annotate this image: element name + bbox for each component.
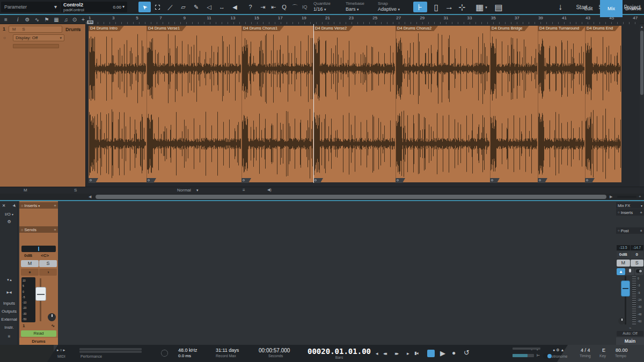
- monitor-toggle[interactable]: [543, 353, 552, 359]
- loop-button[interactable]: ↺: [464, 349, 470, 357]
- main-automation-button[interactable]: Auto: Off: [617, 331, 643, 336]
- mix-view-button[interactable]: Mix: [600, 0, 623, 17]
- main-solo-button[interactable]: S: [631, 260, 644, 267]
- tempo-value[interactable]: 80.00: [616, 348, 628, 353]
- record-arm-button[interactable]: ●: [21, 269, 39, 276]
- channel-fader-handle[interactable]: [35, 287, 46, 301]
- channel-volume-value[interactable]: 0dB: [24, 253, 32, 258]
- vertical-scroll-thumb[interactable]: [640, 31, 643, 95]
- collapse-vertical-icon[interactable]: ▼▲: [0, 278, 18, 282]
- zoom-in-icon[interactable]: +: [639, 194, 641, 199]
- marker-jump-icon[interactable]: ⊢: [537, 353, 540, 358]
- power-icon[interactable]: ○: [3, 35, 6, 40]
- next-bar-button[interactable]: ▸: [407, 351, 409, 356]
- mountain-meter-icon[interactable]: ▲: [617, 268, 625, 275]
- monitor-button[interactable]: ◑: [39, 269, 57, 276]
- autoscroll-button[interactable]: ⊦: [413, 2, 427, 12]
- stop-button[interactable]: [427, 350, 435, 357]
- preroll-button[interactable]: ⌒: [289, 2, 301, 12]
- add-insert-icon[interactable]: +: [54, 203, 56, 208]
- edit-view-button[interactable]: Edit: [577, 0, 600, 17]
- scroll-up-icon[interactable]: ▲: [640, 25, 644, 28]
- region-label-tab[interactable]: D4 Drums Chorus1: [241, 26, 284, 31]
- track-mute-button[interactable]: M: [9, 27, 19, 32]
- track-header-drums[interactable]: 1 M S Drums ∿ ○ Display: Off ▾: [0, 24, 86, 187]
- play-button[interactable]: ▶: [440, 349, 445, 357]
- scroll-right-icon[interactable]: ▶: [610, 195, 612, 199]
- console-nav-external[interactable]: External: [0, 317, 18, 322]
- arrow-tool[interactable]: ➤: [138, 2, 151, 12]
- console-nav-outputs[interactable]: Outputs: [0, 309, 18, 314]
- channel-solo-button[interactable]: S: [39, 260, 57, 267]
- drums-waveform[interactable]: [86, 24, 640, 187]
- rewind-button[interactable]: ◂◂: [383, 351, 386, 356]
- macro-help-button[interactable]: ?: [244, 2, 257, 12]
- post-header[interactable]: ○ Post +: [616, 227, 644, 234]
- automation-slot[interactable]: [13, 44, 59, 48]
- console-list-icon[interactable]: ≡: [0, 334, 18, 339]
- console-nav-inputs[interactable]: Inputs: [0, 301, 18, 306]
- link-icon[interactable]: ⌁: [616, 326, 644, 330]
- wrench-icon[interactable]: ⚙: [23, 16, 32, 23]
- footer-solo-button[interactable]: S: [74, 188, 77, 193]
- main-inserts-header[interactable]: ○ Inserts +: [616, 209, 644, 216]
- channel-mini-knob[interactable]: [48, 313, 56, 321]
- range-tool[interactable]: [151, 2, 164, 12]
- scroll-left-icon[interactable]: ◀: [89, 195, 91, 199]
- sends-section-header[interactable]: ○ Sends +: [19, 226, 58, 233]
- track-menu-icon[interactable]: ≡: [1, 16, 11, 23]
- record-button[interactable]: ●: [452, 349, 456, 357]
- mono-toggle-icon[interactable]: [635, 268, 643, 275]
- vertical-scrollbar[interactable]: ▲: [640, 24, 644, 187]
- channel-name-label[interactable]: Drums: [19, 338, 58, 345]
- grid-options-button[interactable]: ▦ ▾: [472, 2, 491, 12]
- main-fader-handle[interactable]: [621, 280, 630, 297]
- timing-value[interactable]: 4 / 4: [581, 348, 590, 353]
- follow-button[interactable]: →: [443, 2, 455, 12]
- eraser-tool[interactable]: ▱: [177, 2, 189, 12]
- main-mute-button[interactable]: M: [617, 260, 630, 267]
- crosshair-button[interactable]: ⊹: [456, 2, 468, 12]
- track-solo-button[interactable]: S: [19, 27, 28, 32]
- horizontal-scrollbar[interactable]: ◀ ▶ +: [0, 194, 644, 200]
- main-volume-value[interactable]: 0dB: [617, 252, 630, 258]
- add-post-icon[interactable]: +: [640, 228, 642, 233]
- channel-mute-button[interactable]: M: [21, 260, 39, 267]
- region-label-tab[interactable]: D4 Drums End: [585, 26, 619, 31]
- add-send-icon[interactable]: +: [54, 227, 56, 232]
- prev-bar-button[interactable]: ◂: [376, 351, 378, 356]
- lane-speaker-icon[interactable]: ◀): [267, 188, 272, 192]
- seconds-counter[interactable]: 00:00:57.000: [259, 348, 290, 353]
- footer-mute-button[interactable]: M: [24, 188, 27, 193]
- split-tool[interactable]: ／: [164, 2, 177, 12]
- mute-tool[interactable]: ◁: [203, 2, 215, 12]
- channel-pan-value[interactable]: <C>: [41, 253, 49, 258]
- region-label-tab[interactable]: D4 Drums Turnaround: [538, 26, 586, 31]
- narrow-channels-icon[interactable]: ▶◀: [0, 290, 18, 294]
- playhead[interactable]: [313, 24, 314, 183]
- inspector-icon[interactable]: i: [13, 16, 23, 23]
- inserts-section-header[interactable]: ○ Inserts ▾ +: [19, 202, 58, 209]
- main-mini-knob[interactable]: [618, 317, 625, 324]
- io-button[interactable]: I/O ▾: [0, 212, 18, 217]
- timeline-ruler[interactable]: 1357911131517192123252729313335373941434…: [86, 15, 640, 24]
- region-label-tab[interactable]: D4 Drums Intro: [89, 26, 124, 31]
- track-list-button[interactable]: ▤: [493, 2, 504, 12]
- snap-select[interactable]: Snap Adaptive ▾: [378, 1, 408, 12]
- return-to-start-button[interactable]: ▮◂: [414, 351, 418, 356]
- automation-mode-dropdown[interactable]: Normal ▾: [177, 188, 199, 193]
- mixfx-header[interactable]: Mix FX ▾: [616, 202, 644, 209]
- capture-drop-button[interactable]: ↓: [554, 2, 567, 12]
- parameter-selector[interactable]: Parameter ▾: [1, 2, 60, 12]
- console-nav-instr[interactable]: Instr.: [0, 325, 18, 330]
- listen-tool[interactable]: ◀: [229, 2, 241, 12]
- region-label-tab[interactable]: D4 Drums Bridge: [490, 26, 529, 31]
- browse-view-button[interactable]: Browse: [623, 0, 644, 17]
- pan-slider[interactable]: [21, 246, 56, 252]
- zoom-slider[interactable]: [617, 196, 636, 198]
- display-mode-dropdown[interactable]: Display: Off ▾: [13, 34, 64, 41]
- pad-grid-icon[interactable]: ▦: [52, 16, 61, 23]
- automation-read-button[interactable]: Read: [21, 330, 56, 337]
- timebase-select[interactable]: Timebase Bars ▾: [346, 1, 374, 12]
- main-channel-name[interactable]: Main: [616, 337, 644, 345]
